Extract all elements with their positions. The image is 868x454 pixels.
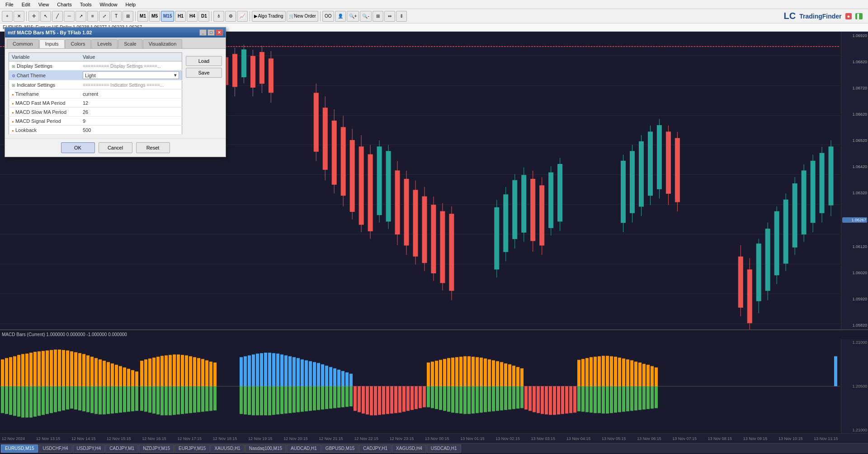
svg-rect-273 bbox=[292, 386, 296, 412]
val-cell-theme[interactable]: Light ▾ bbox=[80, 70, 182, 80]
tab-usdchf-h4[interactable]: USDCHF,H4 bbox=[38, 445, 72, 453]
svg-rect-344 bbox=[484, 386, 487, 412]
svg-rect-124 bbox=[829, 147, 833, 205]
table-row-timeframe[interactable]: ● Timeframe current bbox=[9, 89, 182, 98]
dialog-close-btn[interactable]: ✕ bbox=[216, 29, 223, 36]
text-btn[interactable]: T bbox=[111, 11, 122, 22]
tab-nzdjpy-m15[interactable]: NZDJPY,M15 bbox=[139, 445, 174, 453]
svg-rect-186 bbox=[107, 386, 110, 414]
dialog-content: Variable Value ⊞ Display Settings bbox=[5, 49, 226, 138]
svg-rect-139 bbox=[54, 350, 57, 386]
algo-trading-btn[interactable]: ▶ Algo Trading bbox=[252, 11, 285, 22]
table-row-chart-theme[interactable]: ⚙ Chart Theme Light ▾ bbox=[9, 70, 182, 80]
cancel-button[interactable]: Cancel bbox=[99, 142, 132, 153]
svg-rect-390 bbox=[590, 386, 593, 412]
zoom-out-btn[interactable]: 🔍- bbox=[360, 11, 371, 22]
load-button[interactable]: Load bbox=[186, 56, 222, 66]
svg-rect-286 bbox=[345, 386, 349, 407]
menu-window[interactable]: Window bbox=[96, 1, 121, 8]
arrow-btn[interactable]: ↖ bbox=[40, 11, 51, 22]
svg-rect-289 bbox=[358, 386, 361, 412]
ok-button[interactable]: OK bbox=[61, 142, 95, 153]
svg-rect-236 bbox=[256, 354, 259, 386]
tab-eurjpy-m15[interactable]: EURJPY,M15 bbox=[175, 445, 210, 453]
svg-rect-198 bbox=[156, 357, 160, 386]
dialog-minimize-btn[interactable]: _ bbox=[199, 29, 207, 36]
close-chart-btn[interactable]: ✕ bbox=[14, 11, 24, 22]
svg-rect-130 bbox=[17, 355, 20, 386]
dialog-maximize-btn[interactable]: □ bbox=[208, 29, 215, 36]
line-btn[interactable]: ╱ bbox=[52, 11, 63, 22]
tab-xagusd-h4[interactable]: XAGUSD,H4 bbox=[392, 445, 426, 453]
svg-rect-162 bbox=[9, 386, 12, 415]
save-button[interactable]: Save bbox=[186, 68, 222, 78]
chart-type-btn[interactable]: 🕯 bbox=[213, 11, 224, 22]
new-chart-btn[interactable]: + bbox=[2, 11, 13, 22]
grid-btn[interactable]: ⊞ bbox=[373, 11, 383, 22]
svg-rect-338 bbox=[459, 386, 462, 413]
time-label: 13 Nov 09:15 bbox=[743, 436, 768, 441]
tf-m15-btn[interactable]: M15 bbox=[161, 11, 174, 22]
menu-charts[interactable]: Charts bbox=[53, 1, 75, 8]
fibonacci-btn[interactable]: ⤢ bbox=[99, 11, 110, 22]
dialog-tab-visualization[interactable]: Visualization bbox=[143, 39, 183, 48]
settings-dialog[interactable]: mtf MACD Bars MT5 - By TFlab 1.02 _ □ ✕ … bbox=[5, 27, 226, 157]
tab-eurusd-m15[interactable]: EURUSD,M15 bbox=[1, 445, 38, 453]
tf-d1-btn[interactable]: D1 bbox=[198, 11, 209, 22]
toolbar: + ✕ ✛ ↖ ╱ ─ ↗ ≡ ⤢ T ⊞ M1 M5 M15 H1 H4 D1… bbox=[0, 9, 868, 23]
hline-btn[interactable]: ─ bbox=[64, 11, 75, 22]
table-row-slow[interactable]: ● MACD Slow MA Period 26 bbox=[9, 108, 182, 117]
menu-view[interactable]: View bbox=[35, 1, 53, 8]
menu-edit[interactable]: Edit bbox=[18, 1, 34, 8]
tab-gbpusd-m15[interactable]: GBPUSD,M15 bbox=[321, 445, 359, 453]
time-label: 13 Nov 08:15 bbox=[708, 436, 732, 441]
account-btn[interactable]: 👤 bbox=[335, 11, 346, 22]
tf-h4-btn[interactable]: H4 bbox=[187, 11, 198, 22]
dialog-tab-common[interactable]: Common bbox=[7, 39, 39, 48]
table-row-lookback[interactable]: ● Lookback 500 bbox=[9, 126, 182, 135]
chart-props-btn[interactable]: ⚙ bbox=[225, 11, 236, 22]
svg-rect-146 bbox=[82, 354, 85, 386]
dialog-tab-levels[interactable]: Levels bbox=[91, 39, 118, 48]
svg-rect-407 bbox=[834, 356, 837, 386]
tf-h1-btn[interactable]: H1 bbox=[175, 11, 186, 22]
tab-usdcad-h1[interactable]: USDCAD,H1 bbox=[427, 445, 461, 453]
svg-rect-276 bbox=[305, 386, 308, 411]
table-row-fast[interactable]: ● MACD Fast MA Period 12 bbox=[9, 98, 182, 108]
svg-rect-277 bbox=[309, 386, 312, 411]
shapes-btn[interactable]: ⊞ bbox=[123, 11, 133, 22]
svg-rect-34 bbox=[241, 50, 246, 77]
channel-btn[interactable]: ≡ bbox=[87, 11, 98, 22]
svg-rect-112 bbox=[774, 211, 779, 275]
tab-xauusd-h1[interactable]: XAUUSD,H1 bbox=[210, 445, 244, 453]
indicator-btn[interactable]: 📈 bbox=[237, 11, 248, 22]
dialog-tab-scale[interactable]: Scale bbox=[118, 39, 142, 48]
svg-rect-301 bbox=[406, 386, 410, 411]
table-row-signal[interactable]: ● MACD Signal Period 9 bbox=[9, 117, 182, 126]
new-order-btn[interactable]: 🛒 New Order bbox=[287, 11, 318, 22]
theme-dropdown[interactable]: Light ▾ bbox=[83, 71, 179, 79]
tab-nasdaq-m15[interactable]: Nasdaq100,M15 bbox=[245, 445, 286, 453]
crosshair-btn[interactable]: ✛ bbox=[28, 11, 39, 22]
menu-file[interactable]: File bbox=[2, 1, 17, 8]
scroll-btn[interactable]: ⇔ bbox=[384, 11, 395, 22]
tf-m1-btn[interactable]: M1 bbox=[137, 11, 148, 22]
svg-rect-175 bbox=[62, 386, 65, 410]
dialog-tab-inputs[interactable]: Inputs bbox=[39, 39, 65, 48]
menu-help[interactable]: Help bbox=[122, 1, 140, 8]
zoom-in-btn[interactable]: 🔍+ bbox=[347, 11, 359, 22]
sep-2 bbox=[135, 11, 136, 21]
svg-rect-54 bbox=[368, 154, 373, 231]
dialog-tab-colors[interactable]: Colors bbox=[65, 39, 91, 48]
menu-tools[interactable]: Tools bbox=[76, 1, 95, 8]
reset-button[interactable]: Reset bbox=[136, 142, 170, 153]
autoscroll-btn[interactable]: ⇕ bbox=[396, 11, 407, 22]
tab-usdjpy-h4[interactable]: USDJPY,H4 bbox=[73, 445, 105, 453]
tab-cadjpy-m1[interactable]: CADJPY,M1 bbox=[105, 445, 138, 453]
tab-audcad-h1[interactable]: AUDCAD,H1 bbox=[287, 445, 321, 453]
val-cell-fast: 12 bbox=[80, 98, 182, 108]
one-click-btn[interactable]: OO bbox=[322, 11, 334, 22]
tf-m5-btn[interactable]: M5 bbox=[149, 11, 160, 22]
trendline-btn[interactable]: ↗ bbox=[75, 11, 86, 22]
tab-cadjpy-h1[interactable]: CADJPY,H1 bbox=[359, 445, 392, 453]
